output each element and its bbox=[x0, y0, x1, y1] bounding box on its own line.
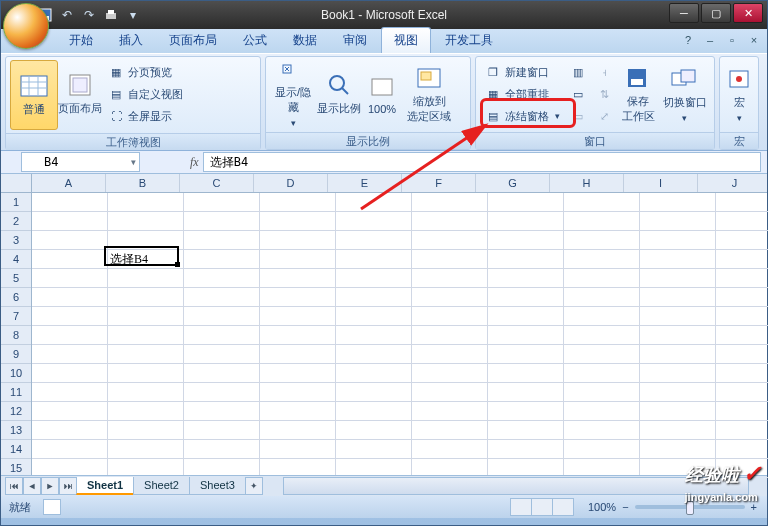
cell[interactable] bbox=[260, 250, 336, 268]
cell[interactable] bbox=[716, 326, 768, 344]
cell[interactable] bbox=[564, 326, 640, 344]
worksheet-grid[interactable]: 123456789101112131415 选择B4 bbox=[1, 193, 767, 475]
fx-icon[interactable]: fx bbox=[190, 155, 199, 170]
cell[interactable] bbox=[488, 269, 564, 287]
hide-button[interactable]: ▭ bbox=[567, 84, 590, 104]
cell[interactable] bbox=[412, 231, 488, 249]
cell[interactable] bbox=[564, 193, 640, 211]
cell[interactable] bbox=[716, 383, 768, 401]
cell[interactable] bbox=[488, 193, 564, 211]
cell[interactable] bbox=[640, 421, 716, 439]
cell[interactable] bbox=[716, 250, 768, 268]
cell[interactable] bbox=[488, 288, 564, 306]
maximize-button[interactable]: ▢ bbox=[701, 3, 731, 23]
col-header-I[interactable]: I bbox=[624, 174, 698, 192]
cell[interactable] bbox=[488, 231, 564, 249]
cell[interactable] bbox=[32, 364, 108, 382]
cell[interactable] bbox=[716, 402, 768, 420]
select-all-corner[interactable] bbox=[1, 174, 32, 192]
cell[interactable] bbox=[260, 231, 336, 249]
cell[interactable] bbox=[32, 250, 108, 268]
cell[interactable] bbox=[564, 364, 640, 382]
cell[interactable] bbox=[108, 307, 184, 325]
cell[interactable] bbox=[716, 288, 768, 306]
cell[interactable] bbox=[640, 307, 716, 325]
reset-pos-button[interactable]: ⤢ bbox=[594, 106, 616, 126]
cell[interactable] bbox=[564, 288, 640, 306]
col-header-B[interactable]: B bbox=[106, 174, 180, 192]
row-header-14[interactable]: 14 bbox=[1, 440, 31, 459]
formula-input[interactable]: 选择B4 bbox=[203, 152, 761, 172]
sync-scroll-button[interactable]: ⇅ bbox=[594, 84, 616, 104]
row-header-6[interactable]: 6 bbox=[1, 288, 31, 307]
cell[interactable] bbox=[488, 383, 564, 401]
save-workspace-button[interactable]: 保存工作区 bbox=[618, 60, 659, 128]
cell[interactable] bbox=[488, 440, 564, 458]
cell[interactable] bbox=[412, 364, 488, 382]
cell[interactable] bbox=[412, 193, 488, 211]
tab-审阅[interactable]: 审阅 bbox=[331, 28, 379, 53]
macro-record-icon[interactable] bbox=[43, 499, 61, 515]
print-icon[interactable] bbox=[103, 7, 119, 23]
cell[interactable] bbox=[716, 212, 768, 230]
cell[interactable] bbox=[564, 421, 640, 439]
cell[interactable] bbox=[488, 326, 564, 344]
cell[interactable] bbox=[336, 345, 412, 363]
show-hide-button[interactable]: 显示/隐藏▾ bbox=[270, 60, 316, 128]
cell[interactable] bbox=[184, 402, 260, 420]
cell[interactable] bbox=[488, 250, 564, 268]
col-header-G[interactable]: G bbox=[476, 174, 550, 192]
row-header-2[interactable]: 2 bbox=[1, 212, 31, 231]
cell[interactable] bbox=[564, 383, 640, 401]
cell[interactable] bbox=[564, 345, 640, 363]
cell[interactable] bbox=[564, 212, 640, 230]
cell[interactable] bbox=[412, 440, 488, 458]
cell[interactable] bbox=[412, 421, 488, 439]
insert-sheet-button[interactable]: ✦ bbox=[245, 477, 263, 495]
view-normal-icon[interactable] bbox=[510, 498, 532, 516]
cell[interactable] bbox=[412, 269, 488, 287]
view-side-button[interactable]: ⫞ bbox=[594, 62, 616, 82]
col-header-D[interactable]: D bbox=[254, 174, 328, 192]
cell[interactable] bbox=[564, 307, 640, 325]
cell[interactable] bbox=[108, 212, 184, 230]
cell[interactable] bbox=[336, 383, 412, 401]
cell[interactable] bbox=[32, 440, 108, 458]
office-button[interactable] bbox=[3, 3, 49, 49]
cell[interactable] bbox=[184, 250, 260, 268]
zoom-button[interactable]: 显示比例 bbox=[316, 60, 362, 128]
cell[interactable] bbox=[412, 383, 488, 401]
tab-视图[interactable]: 视图 bbox=[381, 27, 431, 53]
sheet-nav-next[interactable]: ► bbox=[41, 477, 59, 495]
cell[interactable] bbox=[184, 345, 260, 363]
tab-开发工具[interactable]: 开发工具 bbox=[433, 28, 505, 53]
cell[interactable] bbox=[488, 402, 564, 420]
cell[interactable] bbox=[640, 193, 716, 211]
cell[interactable] bbox=[184, 288, 260, 306]
sheet-nav-first[interactable]: ⏮ bbox=[5, 477, 23, 495]
arrange-all-button[interactable]: ▦全部重排 bbox=[482, 84, 563, 104]
cell[interactable] bbox=[640, 269, 716, 287]
cell[interactable] bbox=[184, 364, 260, 382]
macros-button[interactable]: 宏▾ bbox=[724, 60, 754, 128]
cell[interactable] bbox=[640, 288, 716, 306]
col-header-H[interactable]: H bbox=[550, 174, 624, 192]
ribbon-minimize-icon[interactable]: – bbox=[703, 33, 717, 47]
row-header-10[interactable]: 10 bbox=[1, 364, 31, 383]
tab-开始[interactable]: 开始 bbox=[57, 28, 105, 53]
name-box[interactable]: B4 ▾ bbox=[21, 152, 140, 172]
cell[interactable] bbox=[412, 212, 488, 230]
cell[interactable] bbox=[184, 212, 260, 230]
cell[interactable] bbox=[184, 421, 260, 439]
row-header-13[interactable]: 13 bbox=[1, 421, 31, 440]
cell[interactable] bbox=[260, 364, 336, 382]
cell[interactable] bbox=[640, 345, 716, 363]
cell[interactable] bbox=[108, 193, 184, 211]
cell[interactable] bbox=[336, 288, 412, 306]
cell[interactable] bbox=[260, 307, 336, 325]
cell[interactable] bbox=[32, 212, 108, 230]
cell[interactable] bbox=[640, 212, 716, 230]
cell[interactable] bbox=[716, 440, 768, 458]
row-header-9[interactable]: 9 bbox=[1, 345, 31, 364]
sheet-tab-Sheet3[interactable]: Sheet3 bbox=[189, 477, 246, 495]
